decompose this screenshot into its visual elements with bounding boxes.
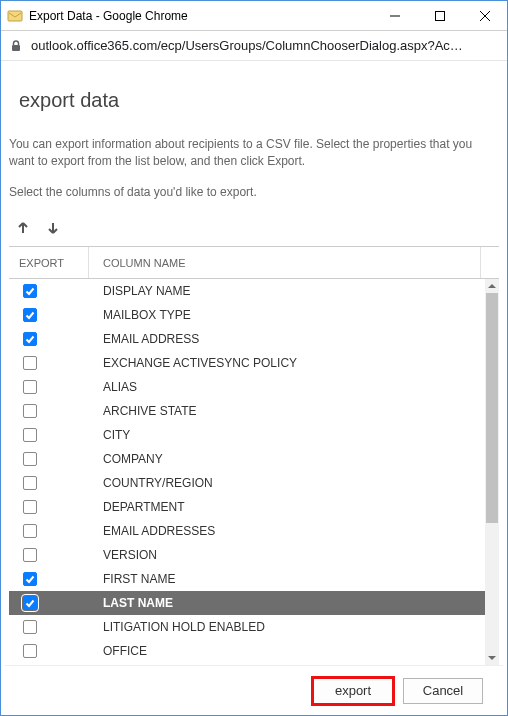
table-row[interactable]: COMPANY [9,447,485,471]
export-checkbox[interactable] [23,428,37,442]
header-export[interactable]: EXPORT [9,247,89,278]
cell-export [9,596,89,610]
favicon [7,8,23,24]
cell-export [9,524,89,538]
cell-column-name: OFFICE [89,644,485,658]
table-row[interactable]: OFFICE [9,639,485,663]
chrome-window: Export Data - Google Chrome outlook.offi… [0,0,508,716]
cell-column-name: FIRST NAME [89,572,485,586]
cell-export [9,356,89,370]
table-row[interactable]: EXCHANGE ACTIVESYNC POLICY [9,351,485,375]
export-checkbox[interactable] [23,548,37,562]
cell-export [9,572,89,586]
scroll-down-arrow[interactable] [485,651,499,665]
export-checkbox[interactable] [23,620,37,634]
cell-export [9,548,89,562]
dialog-footer: export Cancel [5,665,503,715]
cell-column-name: EXCHANGE ACTIVESYNC POLICY [89,356,485,370]
cell-export [9,332,89,346]
cell-export [9,500,89,514]
minimize-button[interactable] [372,1,417,31]
export-checkbox[interactable] [23,572,37,586]
scroll-up-arrow[interactable] [485,279,499,293]
cell-column-name: COUNTRY/REGION [89,476,485,490]
cell-export [9,476,89,490]
description-1: You can export information about recipie… [9,136,495,170]
export-checkbox[interactable] [23,596,37,610]
table-row[interactable]: LITIGATION HOLD ENABLED [9,615,485,639]
svg-rect-0 [8,11,22,21]
svg-rect-2 [435,11,444,20]
description-2: Select the columns of data you'd like to… [9,184,495,201]
move-up-button[interactable] [13,218,33,238]
cell-column-name: LAST NAME [89,596,485,610]
svg-rect-5 [12,45,20,51]
columns-table: EXPORT COLUMN NAME DISPLAY NAMEMAILBOX T… [9,246,499,665]
cell-export [9,404,89,418]
maximize-button[interactable] [417,1,462,31]
table-header: EXPORT COLUMN NAME [9,247,499,279]
cell-column-name: MAILBOX TYPE [89,308,485,322]
export-checkbox[interactable] [23,500,37,514]
address-bar[interactable]: outlook.office365.com/ecp/UsersGroups/Co… [1,31,507,61]
cell-export [9,644,89,658]
table-body: DISPLAY NAMEMAILBOX TYPEEMAIL ADDRESSEXC… [9,279,499,665]
cancel-button[interactable]: Cancel [403,678,483,704]
reorder-controls [13,218,503,238]
cell-column-name: COMPANY [89,452,485,466]
export-button[interactable]: export [313,678,393,704]
table-row[interactable]: FIRST NAME [9,567,485,591]
table-row[interactable]: ALIAS [9,375,485,399]
table-row[interactable]: EMAIL ADDRESS [9,327,485,351]
table-rows: DISPLAY NAMEMAILBOX TYPEEMAIL ADDRESSEXC… [9,279,485,665]
header-column-name[interactable]: COLUMN NAME [89,247,481,278]
table-row[interactable]: LAST NAME [9,591,485,615]
table-row[interactable]: CITY [9,423,485,447]
export-checkbox[interactable] [23,332,37,346]
page-title: export data [19,89,503,112]
cell-column-name: EMAIL ADDRESS [89,332,485,346]
scrollbar[interactable] [485,279,499,665]
cell-export [9,428,89,442]
titlebar: Export Data - Google Chrome [1,1,507,31]
table-row[interactable]: ARCHIVE STATE [9,399,485,423]
export-checkbox[interactable] [23,524,37,538]
table-row[interactable]: VERSION [9,543,485,567]
export-checkbox[interactable] [23,284,37,298]
cell-export [9,620,89,634]
export-checkbox[interactable] [23,404,37,418]
cell-column-name: DISPLAY NAME [89,284,485,298]
cell-export [9,380,89,394]
export-checkbox[interactable] [23,452,37,466]
export-checkbox[interactable] [23,380,37,394]
close-button[interactable] [462,1,507,31]
cell-export [9,452,89,466]
table-row[interactable]: DEPARTMENT [9,495,485,519]
scroll-thumb[interactable] [486,293,498,523]
dialog-content: export data You can export information a… [1,61,507,715]
cell-export [9,308,89,322]
export-checkbox[interactable] [23,644,37,658]
cell-column-name: ARCHIVE STATE [89,404,485,418]
cell-column-name: LITIGATION HOLD ENABLED [89,620,485,634]
cell-export [9,284,89,298]
export-checkbox[interactable] [23,476,37,490]
table-row[interactable]: EMAIL ADDRESSES [9,519,485,543]
export-checkbox[interactable] [23,356,37,370]
cell-column-name: VERSION [89,548,485,562]
url-text: outlook.office365.com/ecp/UsersGroups/Co… [31,38,499,53]
table-row[interactable]: DISPLAY NAME [9,279,485,303]
move-down-button[interactable] [43,218,63,238]
window-title: Export Data - Google Chrome [29,9,372,23]
lock-icon [9,39,23,53]
cell-column-name: CITY [89,428,485,442]
cell-column-name: EMAIL ADDRESSES [89,524,485,538]
cell-column-name: ALIAS [89,380,485,394]
cell-column-name: DEPARTMENT [89,500,485,514]
export-checkbox[interactable] [23,308,37,322]
table-row[interactable]: COUNTRY/REGION [9,471,485,495]
table-row[interactable]: MAILBOX TYPE [9,303,485,327]
